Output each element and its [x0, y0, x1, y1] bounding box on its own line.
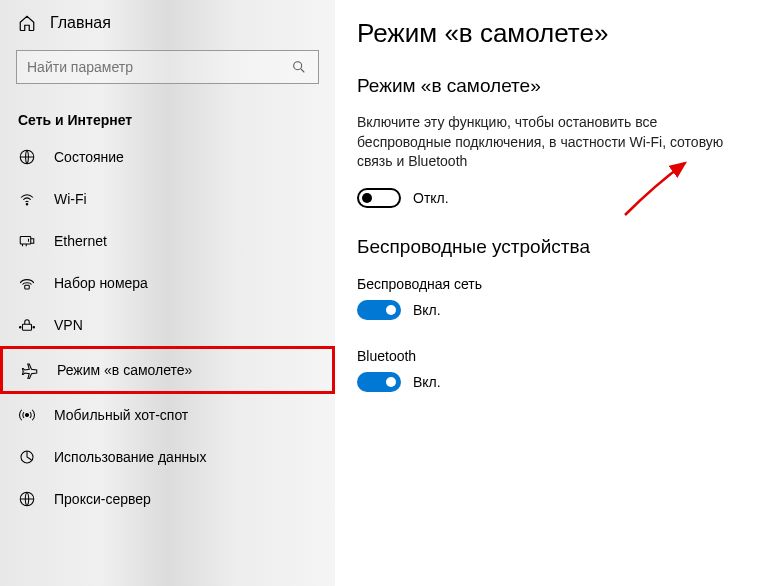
svg-point-7	[33, 327, 35, 329]
proxy-icon	[18, 490, 36, 508]
bluetooth-field-label: Bluetooth	[357, 348, 749, 364]
svg-point-0	[294, 62, 302, 70]
dialup-icon	[18, 274, 36, 292]
wifi-toggle-row: Вкл.	[357, 300, 749, 320]
sidebar-item-label: Состояние	[54, 149, 124, 165]
sidebar-item-vpn[interactable]: VPN	[0, 304, 335, 346]
ethernet-icon	[18, 232, 36, 250]
wireless-header: Беспроводные устройства	[357, 236, 749, 258]
wifi-toggle-label: Вкл.	[413, 302, 441, 318]
svg-point-8	[26, 414, 29, 417]
search-icon	[290, 58, 308, 76]
sidebar-item-status[interactable]: Состояние	[0, 136, 335, 178]
section-subtitle: Режим «в самолете»	[357, 75, 749, 97]
home-link[interactable]: Главная	[0, 8, 335, 38]
sidebar-item-label: Прокси-сервер	[54, 491, 151, 507]
svg-rect-3	[20, 237, 31, 245]
sidebar-item-label: Wi-Fi	[54, 191, 87, 207]
svg-rect-5	[23, 324, 32, 330]
sidebar-item-label: VPN	[54, 317, 83, 333]
svg-point-2	[26, 204, 28, 206]
wifi-icon	[18, 190, 36, 208]
hotspot-icon	[18, 406, 36, 424]
sidebar-item-ethernet[interactable]: Ethernet	[0, 220, 335, 262]
wifi-toggle[interactable]	[357, 300, 401, 320]
airplane-description: Включите эту функцию, чтобы остановить в…	[357, 113, 749, 172]
bluetooth-toggle-row: Вкл.	[357, 372, 749, 392]
bluetooth-toggle[interactable]	[357, 372, 401, 392]
sidebar-item-label: Ethernet	[54, 233, 107, 249]
sidebar: Главная Сеть и Интернет Состояние Wi-Fi …	[0, 0, 335, 586]
svg-point-6	[20, 327, 22, 329]
sidebar-item-label: Набор номера	[54, 275, 148, 291]
bluetooth-toggle-label: Вкл.	[413, 374, 441, 390]
airplane-icon	[21, 361, 39, 379]
data-usage-icon	[18, 448, 36, 466]
sidebar-item-datausage[interactable]: Использование данных	[0, 436, 335, 478]
search-input[interactable]	[27, 59, 266, 75]
sidebar-item-dialup[interactable]: Набор номера	[0, 262, 335, 304]
sidebar-item-hotspot[interactable]: Мобильный хот-спот	[0, 394, 335, 436]
wifi-field-label: Беспроводная сеть	[357, 276, 749, 292]
sidebar-item-label: Мобильный хот-спот	[54, 407, 188, 423]
sidebar-section-header: Сеть и Интернет	[0, 96, 335, 136]
sidebar-item-proxy[interactable]: Прокси-сервер	[0, 478, 335, 520]
svg-rect-4	[25, 285, 30, 289]
search-input-container[interactable]	[16, 50, 319, 84]
sidebar-item-label: Использование данных	[54, 449, 206, 465]
sidebar-item-wifi[interactable]: Wi-Fi	[0, 178, 335, 220]
vpn-icon	[18, 316, 36, 334]
globe-icon	[18, 148, 36, 166]
page-title: Режим «в самолете»	[357, 18, 749, 49]
home-label: Главная	[50, 14, 111, 32]
airplane-toggle[interactable]	[357, 188, 401, 208]
sidebar-item-label: Режим «в самолете»	[57, 362, 192, 378]
main-content: Режим «в самолете» Режим «в самолете» Вк…	[335, 0, 763, 586]
home-icon	[18, 14, 36, 32]
airplane-toggle-row: Откл.	[357, 188, 749, 208]
sidebar-item-airplane[interactable]: Режим «в самолете»	[0, 346, 335, 394]
airplane-toggle-label: Откл.	[413, 190, 449, 206]
